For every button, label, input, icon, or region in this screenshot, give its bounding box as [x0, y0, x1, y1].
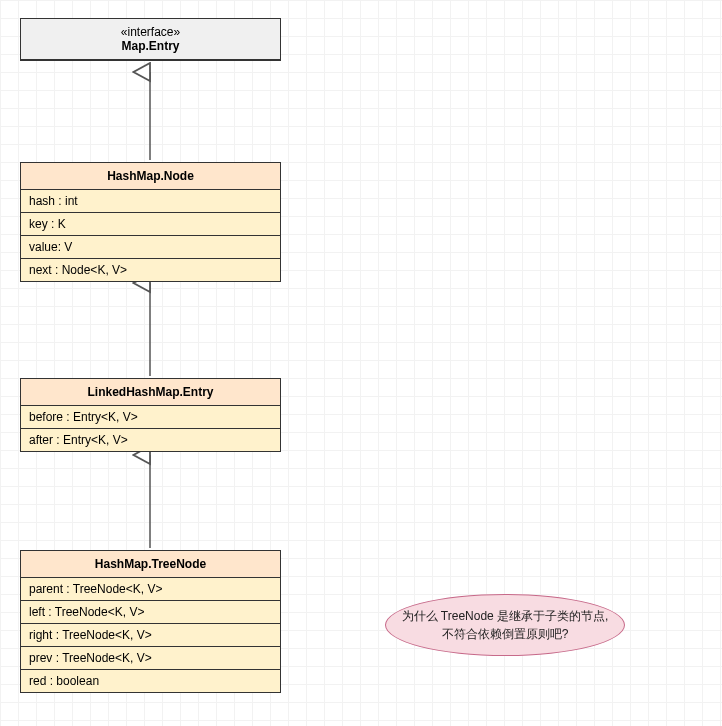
- note-line: 为什么 TreeNode 是继承于子类的节点,: [396, 607, 614, 625]
- uml-class-name: LinkedHashMap.Entry: [87, 385, 213, 399]
- uml-interface-map-entry: «interface» Map.Entry: [20, 18, 281, 61]
- uml-class-name: HashMap.Node: [107, 169, 194, 183]
- uml-title: HashMap.TreeNode: [21, 551, 280, 578]
- uml-attr: value: V: [21, 236, 280, 259]
- uml-title: LinkedHashMap.Entry: [21, 379, 280, 406]
- uml-attr: left : TreeNode<K, V>: [21, 601, 280, 624]
- uml-class-name: Map.Entry: [121, 39, 179, 53]
- uml-title: HashMap.Node: [21, 163, 280, 190]
- note-line: 不符合依赖倒置原则吧?: [396, 625, 614, 643]
- uml-attr: after : Entry<K, V>: [21, 429, 280, 451]
- uml-class-hashmap-treenode: HashMap.TreeNode parent : TreeNode<K, V>…: [20, 550, 281, 693]
- uml-stereotype: «interface»: [29, 25, 272, 39]
- uml-attr: key : K: [21, 213, 280, 236]
- uml-class-linkedhashmap-entry: LinkedHashMap.Entry before : Entry<K, V>…: [20, 378, 281, 452]
- uml-attr: next : Node<K, V>: [21, 259, 280, 281]
- uml-title: «interface» Map.Entry: [21, 19, 280, 60]
- uml-class-hashmap-node: HashMap.Node hash : int key : K value: V…: [20, 162, 281, 282]
- uml-note: 为什么 TreeNode 是继承于子类的节点, 不符合依赖倒置原则吧?: [385, 594, 625, 656]
- uml-attr: parent : TreeNode<K, V>: [21, 578, 280, 601]
- uml-class-name: HashMap.TreeNode: [95, 557, 206, 571]
- uml-attr: red : boolean: [21, 670, 280, 692]
- uml-attr: hash : int: [21, 190, 280, 213]
- uml-attr: prev : TreeNode<K, V>: [21, 647, 280, 670]
- uml-attr: right : TreeNode<K, V>: [21, 624, 280, 647]
- uml-attr: before : Entry<K, V>: [21, 406, 280, 429]
